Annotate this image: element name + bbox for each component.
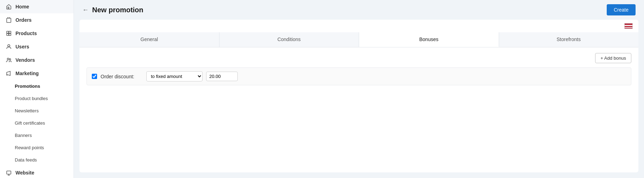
- sidebar-item-gift-certificates[interactable]: Gift certificates: [0, 117, 74, 129]
- sidebar-item-reward-points[interactable]: Reward points: [0, 141, 74, 154]
- sidebar: Home Orders Products: [0, 0, 74, 178]
- users-icon: [6, 44, 12, 50]
- svg-point-7: [7, 58, 9, 60]
- tab-bonuses[interactable]: Bonuses: [359, 32, 499, 47]
- website-icon: [6, 170, 12, 176]
- discount-amount-input[interactable]: [206, 72, 238, 81]
- sidebar-item-orders-label: Orders: [15, 17, 32, 23]
- sidebar-item-products[interactable]: Products: [0, 27, 74, 40]
- sidebar-item-data-feeds-label: Data feeds: [15, 157, 37, 163]
- flag-row: [79, 20, 638, 29]
- add-bonus-row: + Add bonus: [87, 53, 631, 63]
- svg-rect-9: [7, 171, 11, 174]
- add-bonus-button[interactable]: + Add bonus: [595, 53, 631, 63]
- sidebar-item-users[interactable]: Users: [0, 40, 74, 53]
- products-icon: [6, 30, 12, 37]
- svg-rect-3: [9, 31, 11, 33]
- sidebar-item-promotions-label: Promotions: [15, 84, 40, 89]
- topbar-left: ← New promotion: [82, 6, 144, 14]
- order-discount-label: Order discount:: [101, 74, 143, 79]
- page-title: New promotion: [92, 6, 144, 14]
- tab-general[interactable]: General: [79, 32, 219, 47]
- tab-conditions[interactable]: Conditions: [219, 32, 359, 47]
- sidebar-item-promotions[interactable]: Promotions: [0, 80, 74, 92]
- svg-rect-1: [7, 18, 11, 22]
- sidebar-item-website[interactable]: Website: [0, 166, 74, 178]
- bonus-row: Order discount: to fixed amount by perce…: [87, 67, 631, 85]
- topbar: ← New promotion Create: [74, 0, 644, 20]
- tab-content-bonuses: + Add bonus Order discount: to fixed amo…: [79, 47, 638, 172]
- svg-rect-4: [7, 34, 9, 36]
- sidebar-item-marketing[interactable]: Marketing: [0, 67, 74, 80]
- sidebar-item-gift-certificates-label: Gift certificates: [15, 120, 45, 126]
- sidebar-item-home[interactable]: Home: [0, 0, 74, 13]
- sidebar-item-marketing-label: Marketing: [15, 71, 39, 76]
- tabs-bar: General Conditions Bonuses Storefronts: [79, 32, 638, 47]
- sidebar-item-home-label: Home: [15, 4, 29, 9]
- language-flag-icon[interactable]: [624, 23, 633, 29]
- sidebar-item-newsletters-label: Newsletters: [15, 108, 39, 113]
- tab-storefronts[interactable]: Storefronts: [499, 32, 639, 47]
- sidebar-item-data-feeds[interactable]: Data feeds: [0, 154, 74, 166]
- bonus-checkbox[interactable]: [92, 74, 97, 79]
- create-button[interactable]: Create: [607, 4, 636, 15]
- svg-rect-5: [9, 34, 11, 36]
- sidebar-item-reward-points-label: Reward points: [15, 145, 44, 150]
- orders-icon: [6, 17, 12, 23]
- sidebar-item-product-bundles[interactable]: Product bundles: [0, 92, 74, 105]
- svg-point-8: [9, 59, 11, 60]
- back-arrow-icon: ←: [82, 6, 89, 14]
- home-icon: [6, 4, 12, 10]
- content-card: General Conditions Bonuses Storefronts +…: [79, 20, 638, 172]
- sidebar-item-product-bundles-label: Product bundles: [15, 96, 48, 101]
- sidebar-item-users-label: Users: [15, 44, 29, 50]
- svg-rect-2: [7, 31, 9, 33]
- svg-rect-0: [8, 7, 9, 8]
- sidebar-item-website-label: Website: [15, 170, 34, 176]
- svg-point-6: [8, 45, 10, 47]
- sidebar-item-vendors[interactable]: Vendors: [0, 53, 74, 67]
- sidebar-item-orders[interactable]: Orders: [0, 13, 74, 27]
- sidebar-item-banners-label: Banners: [15, 133, 32, 138]
- sidebar-item-vendors-label: Vendors: [15, 57, 35, 63]
- sidebar-item-banners[interactable]: Banners: [0, 129, 74, 141]
- sidebar-item-newsletters[interactable]: Newsletters: [0, 105, 74, 117]
- back-button[interactable]: ←: [82, 6, 89, 14]
- marketing-icon: [6, 70, 12, 77]
- vendors-icon: [6, 57, 12, 63]
- discount-type-select[interactable]: to fixed amount by percentage by fixed a…: [146, 71, 203, 81]
- sidebar-item-products-label: Products: [15, 31, 37, 36]
- main-content: ← New promotion Create General Condition…: [74, 0, 644, 178]
